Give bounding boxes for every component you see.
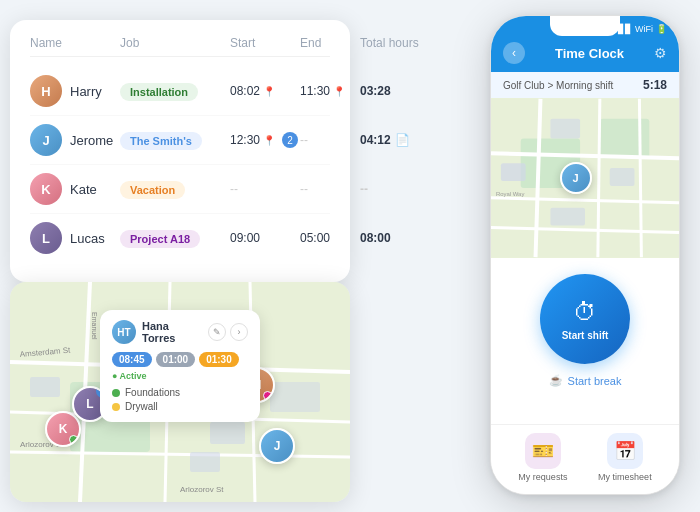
time-tag-break: 01:30 (199, 352, 239, 367)
popup-job-row: Drywall (112, 401, 248, 412)
timesheet-icon: 📅 (607, 433, 643, 469)
table-header: Name Job Start End Total hours (30, 36, 330, 57)
end-time: 05:00 (300, 231, 360, 245)
svg-text:Amsterdam St: Amsterdam St (19, 346, 71, 359)
popup-name: Hana Torres (142, 320, 202, 344)
popup-icons: ✎ › (208, 323, 248, 341)
map-avatar[interactable]: J (259, 428, 295, 464)
total-hours: 08:00 (360, 231, 440, 245)
employee-cell: L Lucas (30, 222, 120, 254)
col-header-end: End (300, 36, 360, 50)
employee-table-panel: Name Job Start End Total hours H Harry I… (10, 20, 350, 282)
pin-icon: 📍 (333, 86, 345, 97)
phone-map: Royal Way J (491, 98, 679, 258)
map-background: Amsterdam St Arlozorov St Arlozorov St E… (10, 282, 350, 502)
back-button[interactable]: ‹ (503, 42, 525, 64)
employee-name: Harry (70, 84, 102, 99)
col-header-total: Total hours (360, 36, 440, 50)
job-cell: The Smith's (120, 131, 230, 150)
end-time: -- (300, 133, 360, 147)
avatar: L (30, 222, 62, 254)
start-time: 08:02 📍 (230, 84, 300, 98)
job-cell: Installation (120, 82, 230, 101)
table-row: H Harry Installation 08:02 📍 11:30 📍 03:… (30, 67, 330, 116)
map-employee-popup: HT Hana Torres ✎ › 08:45 01:00 01:30 ● A… (100, 310, 260, 422)
pin-icon: 📍 (263, 86, 275, 97)
requests-icon: 🎫 (525, 433, 561, 469)
popup-times: 08:45 01:00 01:30 ● Active (112, 352, 248, 381)
popup-header: HT Hana Torres ✎ › (112, 320, 248, 344)
battery-icon: 🔋 (656, 24, 667, 34)
signal-icon: ▊▊ (618, 24, 632, 34)
phone-notch (550, 16, 620, 36)
wifi-icon: WiFi (635, 24, 653, 34)
svg-line-25 (598, 99, 600, 257)
edit-icon[interactable]: ✎ (208, 323, 226, 341)
breadcrumb-text: Golf Club > Morning shift (503, 80, 613, 91)
start-time: 12:30 📍 2 (230, 132, 300, 148)
map-panel: Amsterdam St Arlozorov St Arlozorov St E… (10, 282, 350, 502)
table-row: K Kate Vacation -- -- -- (30, 165, 330, 214)
svg-line-4 (10, 452, 350, 457)
svg-text:Emanuel: Emanuel (91, 312, 98, 340)
end-time: -- (300, 182, 360, 196)
phone-action-area: ⏱ Start shift ☕ Start break (491, 258, 679, 424)
start-break-label: Start break (568, 375, 622, 387)
start-shift-button[interactable]: ⏱ Start shift (540, 274, 630, 364)
employee-name: Lucas (70, 231, 105, 246)
nav-item-requests[interactable]: 🎫 My requests (518, 433, 567, 482)
status-dot (69, 435, 78, 444)
start-time: 09:00 (230, 231, 300, 245)
total-hours: 03:28 (360, 84, 440, 98)
job-dot-yellow (112, 403, 120, 411)
start-break-button[interactable]: ☕ Start break (549, 374, 622, 387)
map-avatar[interactable]: K (45, 411, 81, 447)
time-tag-start: 08:45 (112, 352, 152, 367)
avatar: J (30, 124, 62, 156)
notification-badge: 2 (282, 132, 298, 148)
timesheet-label: My timesheet (598, 472, 652, 482)
phone-breadcrumb: Golf Club > Morning shift 5:18 (491, 72, 679, 98)
avatar: K (30, 173, 62, 205)
time-tag-duration: 01:00 (156, 352, 196, 367)
table-row: J Jerome The Smith's 12:30 📍 2 -- 04:12 … (30, 116, 330, 165)
arrow-right-icon[interactable]: › (230, 323, 248, 341)
employee-name: Jerome (70, 133, 113, 148)
popup-avatar: HT (112, 320, 136, 344)
col-header-job: Job (120, 36, 230, 50)
svg-rect-17 (190, 452, 220, 472)
job-cell: Project A18 (120, 229, 230, 248)
pin-icon: 📍 (263, 135, 275, 146)
svg-rect-28 (550, 119, 580, 139)
employee-cell: H Harry (30, 75, 120, 107)
table-row: L Lucas Project A18 09:00 05:00 08:00 (30, 214, 330, 262)
phone-header: ‹ Time Clock ⚙ (491, 38, 679, 72)
requests-label: My requests (518, 472, 567, 482)
job-badge: Installation (120, 83, 198, 101)
employee-cell: K Kate (30, 173, 120, 205)
avatar: H (30, 75, 62, 107)
job-cell: Vacation (120, 180, 230, 199)
phone-screen: ▊▊ WiFi 🔋 ‹ Time Clock ⚙ Golf Club > Mor… (491, 16, 679, 494)
phone-device: ▊▊ WiFi 🔋 ‹ Time Clock ⚙ Golf Club > Mor… (490, 15, 680, 495)
phone-map-avatar: J (560, 162, 592, 194)
svg-rect-13 (30, 377, 60, 397)
start-shift-label: Start shift (562, 330, 609, 341)
employee-cell: J Jerome (30, 124, 120, 156)
job-label: Foundations (125, 387, 180, 398)
col-header-start: Start (230, 36, 300, 50)
phone-shell: ▊▊ WiFi 🔋 ‹ Time Clock ⚙ Golf Club > Mor… (490, 15, 680, 495)
nav-item-timesheet[interactable]: 📅 My timesheet (598, 433, 652, 482)
settings-icon[interactable]: ⚙ (654, 45, 667, 61)
svg-rect-15 (210, 422, 245, 444)
job-badge: The Smith's (120, 132, 202, 150)
doc-icon: 📄 (395, 133, 410, 147)
start-time: -- (230, 182, 300, 196)
svg-line-26 (639, 99, 641, 257)
phone-title: Time Clock (555, 46, 624, 61)
employee-name: Kate (70, 182, 97, 197)
svg-rect-16 (270, 382, 320, 412)
svg-rect-29 (610, 168, 635, 186)
active-status: ● Active (112, 371, 147, 381)
break-icon: ☕ (549, 374, 563, 387)
